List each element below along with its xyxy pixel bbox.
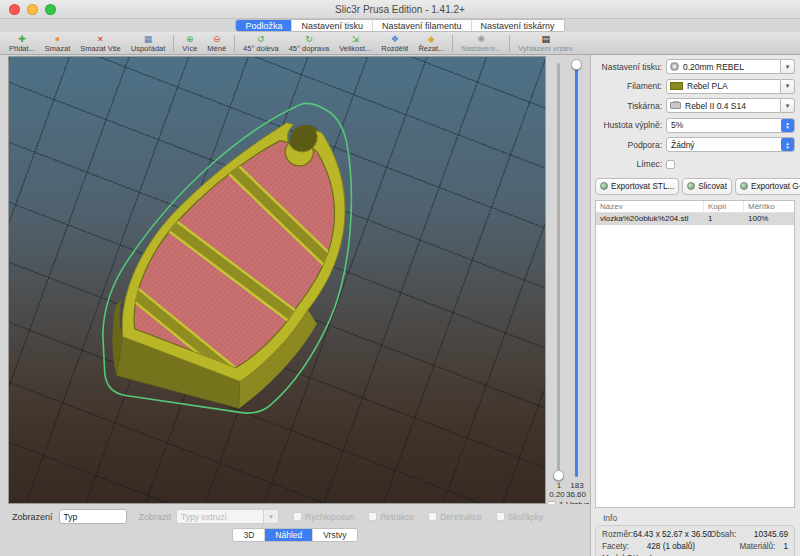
- fewer-copies-button[interactable]: ⊖ Méně: [202, 33, 231, 54]
- chevron-up-down-icon: ▴▾: [781, 119, 794, 132]
- add-button[interactable]: ✚ Přidat...: [4, 33, 40, 54]
- toolbar-separator: [452, 35, 453, 52]
- filament-combobox[interactable]: Rebel PLA: [666, 79, 781, 94]
- display-type-select[interactable]: Typ ▴▾: [59, 509, 127, 524]
- export-gcode-icon: [740, 182, 748, 190]
- printer-combobox[interactable]: Rebel II 0.4 S14: [666, 98, 781, 113]
- cut-button[interactable]: ◆ Řezat...: [413, 33, 449, 54]
- support-popup[interactable]: Žádný ▴▾: [666, 137, 795, 152]
- title-bar: Slic3r Prusa Edition - 1.41.2+: [0, 0, 800, 19]
- lower-slider-thumb[interactable]: [553, 470, 564, 481]
- info-materials: Materiálů: 1: [695, 542, 788, 551]
- more-copies-button[interactable]: ⊕ Více: [177, 33, 202, 54]
- extrusion-types-input[interactable]: Typy extruzí: [176, 509, 264, 524]
- arrange-button[interactable]: ▦ Uspořádat: [126, 33, 171, 54]
- upper-layer-slider[interactable]: [575, 63, 578, 477]
- retractions-checkbox-row: Retrakce: [368, 512, 414, 522]
- rotate-left-button[interactable]: ↺ 45° doleva: [238, 33, 284, 54]
- printer-icon: [670, 102, 681, 109]
- delete-all-icon: ×: [98, 34, 103, 44]
- plus-icon: ⊕: [186, 34, 194, 44]
- upper-layer-number: 183: [567, 481, 587, 490]
- extrusion-types-placeholder: Typy extruzí: [181, 512, 227, 522]
- rotate-right-button[interactable]: ↻ 45° doprava: [284, 33, 335, 54]
- print-settings-combobox[interactable]: 0.20mm REBEL: [666, 59, 781, 74]
- toolbar-separator: [234, 35, 235, 52]
- rotate-right-icon: ↻: [305, 34, 313, 44]
- print-settings-dropdown-button[interactable]: ▾: [781, 59, 795, 74]
- filament-dropdown-button[interactable]: ▾: [781, 79, 795, 94]
- app-window: Slic3r Prusa Edition - 1.41.2+ Podložka …: [0, 0, 800, 556]
- arrange-icon: ▦: [144, 34, 153, 44]
- export-buttons-row: Exportovat STL... Slicovat Exportovat G-…: [595, 178, 795, 195]
- add-icon: ✚: [18, 34, 26, 44]
- infill-popup[interactable]: 5% ▴▾: [666, 118, 795, 133]
- slice-button[interactable]: Slicovat: [682, 178, 732, 195]
- model-preview: [9, 57, 545, 503]
- info-facets: Facety: 428 (1 obalů): [602, 542, 695, 551]
- rotate-left-icon: ↺: [257, 34, 265, 44]
- filament-color-swatch: [670, 82, 683, 90]
- toolbar-separator: [173, 35, 174, 52]
- display-options-row: Zobrazení Typ ▴▾ Zobrazit Typy extruzí ▾…: [0, 509, 590, 524]
- view-layers-button[interactable]: Vrstvy: [313, 529, 356, 541]
- printer-dropdown-button[interactable]: ▾: [781, 98, 795, 113]
- unretractions-checkbox-row: Deretrakce: [428, 512, 482, 522]
- support-label: Podpora:: [595, 140, 662, 150]
- gear-icon: ✱: [477, 34, 485, 44]
- info-section-title: Info: [603, 513, 795, 523]
- view-mode-segmented-control: 3D Náhled Vrstvy: [232, 528, 357, 542]
- extrusion-types-dropdown-button[interactable]: ▾: [264, 509, 279, 524]
- lower-layer-slider[interactable]: [557, 63, 560, 477]
- printer-label: Tiskárna:: [595, 101, 662, 111]
- print-settings-label: Nastavení tisku:: [595, 62, 662, 72]
- close-button[interactable]: [9, 4, 20, 15]
- layer-slider-column: 1 183 0.20 36.60: [546, 56, 590, 504]
- object-list-row[interactable]: vlozka%20obluk%204.stl 1 100%: [596, 213, 794, 225]
- toolbar: ✚ Přidat... ● Smazat × Smazat Vše ▦ Uspo…: [0, 32, 800, 55]
- tab-podlozka[interactable]: Podložka: [236, 20, 292, 31]
- printer-row: Tiskárna: Rebel II 0.4 S14 ▾: [595, 98, 795, 113]
- export-stl-button[interactable]: Exportovat STL...: [595, 178, 679, 195]
- layer-smoothing-button[interactable]: ▤ Vyhlazení vrstev: [513, 33, 578, 54]
- minimize-button[interactable]: [27, 4, 38, 15]
- travel-checkbox[interactable]: [293, 512, 302, 521]
- retractions-checkbox[interactable]: [368, 512, 377, 521]
- lower-layer-number: 1: [549, 481, 569, 490]
- upper-slider-thumb[interactable]: [571, 59, 582, 70]
- export-gcode-button[interactable]: Exportovat G-kód...: [735, 178, 800, 195]
- slice-icon: [687, 182, 695, 190]
- infill-label: Hustota výplně:: [595, 120, 662, 130]
- toolbar-separator: [509, 35, 510, 52]
- view-3d-button[interactable]: 3D: [233, 529, 265, 541]
- scale-icon: ⇲: [351, 34, 359, 44]
- support-row: Podpora: Žádný ▴▾: [595, 137, 795, 152]
- split-icon: ❖: [391, 34, 399, 44]
- export-stl-icon: [600, 182, 608, 190]
- tab-nastaveni-tisku[interactable]: Nastavení tisku: [292, 20, 373, 31]
- gear-icon: [670, 62, 679, 71]
- zobrazeni-label: Zobrazení: [12, 512, 53, 522]
- view-mode-row: 3D Náhled Vrstvy: [0, 528, 590, 542]
- object-list[interactable]: Název Kopií Měřítko vlozka%20obluk%204.s…: [595, 200, 795, 508]
- 3d-viewport[interactable]: [8, 56, 546, 504]
- scale-button[interactable]: ⇲ Velikost...: [334, 33, 376, 54]
- settings-button[interactable]: ✱ Nastavení...: [456, 33, 506, 54]
- brim-checkbox[interactable]: [666, 160, 675, 169]
- zobrazit-label: Zobrazit: [139, 512, 172, 522]
- view-preview-button[interactable]: Náhled: [265, 529, 313, 541]
- brim-row: Límec:: [595, 157, 795, 172]
- filament-label: Filament:: [595, 81, 662, 91]
- layers-icon: ▤: [541, 34, 550, 44]
- upper-layer-height: 36.60: [566, 490, 586, 499]
- delete-all-button[interactable]: × Smazat Vše: [75, 33, 125, 54]
- tab-nastaveni-tiskarny[interactable]: Nastavení tiskárny: [472, 20, 564, 31]
- split-button[interactable]: ❖ Rozdělit: [376, 33, 413, 54]
- shells-checkbox[interactable]: [496, 512, 505, 521]
- zoom-button[interactable]: [45, 4, 56, 15]
- tab-nastaveni-filamentu[interactable]: Nastavení filamentu: [373, 20, 472, 31]
- cut-icon: ◆: [428, 34, 435, 44]
- chevron-up-down-icon: ▴▾: [781, 138, 794, 151]
- delete-button[interactable]: ● Smazat: [40, 33, 75, 54]
- unretractions-checkbox[interactable]: [428, 512, 437, 521]
